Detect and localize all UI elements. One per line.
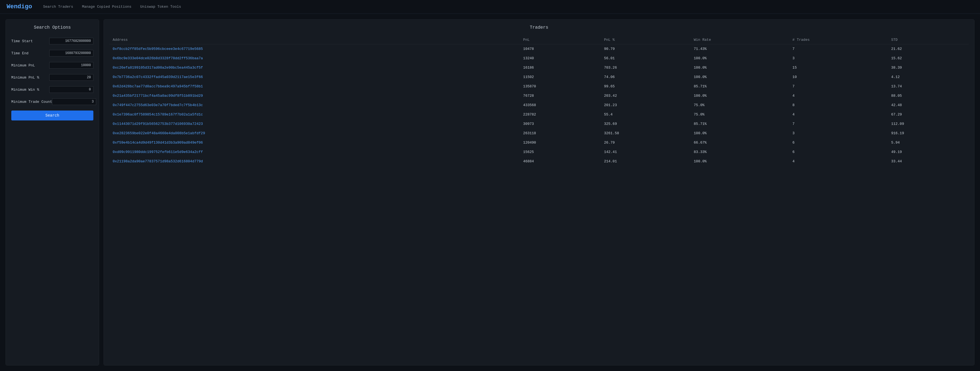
traders-table: Address PnL PnL % Win Rate # Trades STD … (109, 35, 969, 166)
trader-pnl: 46884 (520, 157, 601, 166)
trader-std: 112.09 (888, 119, 969, 129)
min-win-input[interactable] (49, 86, 93, 93)
trader-num-trades: 6 (789, 138, 888, 148)
trader-win-rate: 85.71% (690, 119, 789, 129)
trader-std: 15.62 (888, 54, 969, 63)
col-win-rate: Win Rate (690, 35, 789, 45)
nav-search-traders[interactable]: Search Traders (43, 5, 73, 9)
trader-pnl-pct: 214.01 (601, 157, 690, 166)
table-row[interactable]: 0xd09c9911980ddc199752fefb611e5d9e634a2c… (109, 148, 969, 157)
traders-panel: Traders Address PnL PnL % Win Rate # Tra… (103, 19, 975, 366)
trader-address[interactable]: 0x7b7736a2c07c4332ffad45a039d2117ae15e3f… (109, 73, 520, 82)
nav-uniswap-tools[interactable]: Uniswap Token Tools (140, 5, 181, 9)
trader-address[interactable]: 0x6bc9e333e04dce026b8d3328f78dd2ff536baa… (109, 54, 520, 63)
trader-std: 4.12 (888, 73, 969, 82)
trader-address[interactable]: 0x11443071d29f91b56562753b377d106930a724… (109, 119, 520, 129)
trader-pnl: 135870 (520, 82, 601, 91)
trader-address[interactable]: 0xc26efa8199105d317ad00a2e90bc5ea445a3cf… (109, 63, 520, 73)
nav-links: Search Traders Manage Copied Positions U… (43, 5, 181, 9)
trader-pnl-pct: 703.26 (601, 63, 690, 73)
trader-pnl: 15625 (520, 148, 601, 157)
trader-address[interactable]: 0xf8ccb2ff85dfec5b9596cbceee3e4c67719e56… (109, 45, 520, 54)
table-row[interactable]: 0x1e7396ac0f7589854c15789e167f7b02a1a5fd… (109, 110, 969, 119)
header-row: Address PnL PnL % Win Rate # Trades STD (109, 35, 969, 45)
col-pnl: PnL (520, 35, 601, 45)
min-pnl-pct-row: Minimum PnL % (11, 74, 93, 81)
search-options-title: Search Options (11, 25, 93, 30)
nav-manage-positions[interactable]: Manage Copied Positions (82, 5, 131, 9)
table-row[interactable]: 0x6bc9e333e04dce026b8d3328f78dd2ff536baa… (109, 54, 969, 63)
trader-address[interactable]: 0x1e7396ac0f7589854c15789e167f7b02a1a5fd… (109, 110, 520, 119)
trader-win-rate: 85.71% (690, 82, 789, 91)
table-row[interactable]: 0xc26efa8199105d317ad00a2e90bc5ea445a3cf… (109, 63, 969, 73)
traders-title: Traders (109, 25, 969, 30)
trader-num-trades: 10 (789, 73, 888, 82)
trader-pnl-pct: 90.79 (601, 45, 690, 54)
trader-num-trades: 7 (789, 119, 888, 129)
trader-pnl: 263118 (520, 129, 601, 138)
time-start-input[interactable] (49, 38, 93, 45)
trader-win-rate: 83.33% (690, 148, 789, 157)
trader-address[interactable]: 0xe2823659be022e0f48a4660e4da008b5e1abfd… (109, 129, 520, 138)
trader-std: 49.19 (888, 148, 969, 157)
trader-win-rate: 100.0% (690, 91, 789, 100)
trader-address[interactable]: 0x21a435bf21771bcf4a45a0ac99df8f51b891bd… (109, 91, 520, 100)
trader-pnl-pct: 26.79 (601, 138, 690, 148)
trader-address[interactable]: 0x749f447c2755d63e03e7a70f7bded7c7f5b4b1… (109, 100, 520, 110)
col-pnl-pct: PnL % (601, 35, 690, 45)
trader-pnl: 228782 (520, 110, 601, 119)
trader-address[interactable]: 0xd09c9911980ddc199752fefb611e5d9e634a2c… (109, 148, 520, 157)
min-trade-count-label: Minimum Trade Count (11, 100, 52, 104)
min-pnl-row: Minimum PnL (11, 62, 93, 68)
trader-std: 21.62 (888, 45, 969, 54)
time-end-row: Time End (11, 50, 93, 56)
trader-pnl: 76728 (520, 91, 601, 100)
table-body: 0xf8ccb2ff85dfec5b9596cbceee3e4c67719e56… (109, 45, 969, 166)
table-row[interactable]: 0x749f447c2755d63e03e7a70f7bded7c7f5b4b1… (109, 100, 969, 110)
table-row[interactable]: 0xf8ccb2ff85dfec5b9596cbceee3e4c67719e56… (109, 45, 969, 54)
trader-pnl: 16186 (520, 63, 601, 73)
trader-pnl-pct: 325.69 (601, 119, 690, 129)
trader-std: 42.48 (888, 100, 969, 110)
trader-address[interactable]: 0x21198a2da90ae77837571d98a532d616804d77… (109, 157, 520, 166)
navbar: Wendigo Search Traders Manage Copied Pos… (0, 0, 980, 14)
trader-num-trades: 15 (789, 63, 888, 73)
min-pnl-pct-input[interactable] (49, 74, 93, 81)
trader-num-trades: 4 (789, 91, 888, 100)
trader-num-trades: 7 (789, 82, 888, 91)
app-logo: Wendigo (6, 3, 32, 10)
trader-std: 33.44 (888, 157, 969, 166)
trader-win-rate: 100.0% (690, 129, 789, 138)
min-win-row: Minimum Win % (11, 86, 93, 93)
search-button[interactable]: Search (11, 110, 93, 121)
min-win-label: Minimum Win % (11, 88, 39, 92)
trader-address[interactable]: 0xf59e4b14ca4d9d49f130d41d3b3a909ad849ef… (109, 138, 520, 148)
trader-pnl: 11502 (520, 73, 601, 82)
table-row[interactable]: 0x7b7736a2c07c4332ffad45a039d2117ae15e3f… (109, 73, 969, 82)
table-row[interactable]: 0xf59e4b14ca4d9d49f130d41d3b3a909ad849ef… (109, 138, 969, 148)
trader-num-trades: 8 (789, 100, 888, 110)
table-row[interactable]: 0x11443071d29f91b56562753b377d106930a724… (109, 119, 969, 129)
min-pnl-label: Minimum PnL (11, 64, 35, 67)
trader-num-trades: 3 (789, 129, 888, 138)
min-trade-count-input[interactable] (52, 99, 96, 105)
trader-win-rate: 71.43% (690, 45, 789, 54)
trader-std: 67.29 (888, 110, 969, 119)
trader-std: 13.74 (888, 82, 969, 91)
min-trade-count-row: Minimum Trade Count (11, 99, 93, 105)
col-address: Address (109, 35, 520, 45)
time-end-label: Time End (11, 51, 29, 56)
min-pnl-input[interactable] (49, 62, 93, 68)
trader-pnl: 120490 (520, 138, 601, 148)
trader-address[interactable]: 0x62d428bc7ae77d0acc7bbea9c497a945bf7f58… (109, 82, 520, 91)
col-num-trades: # Trades (789, 35, 888, 45)
trader-num-trades: 4 (789, 157, 888, 166)
table-row[interactable]: 0xe2823659be022e0f48a4660e4da008b5e1abfd… (109, 129, 969, 138)
trader-pnl: 30973 (520, 119, 601, 129)
table-row[interactable]: 0x21198a2da90ae77837571d98a532d616804d77… (109, 157, 969, 166)
table-row[interactable]: 0x62d428bc7ae77d0acc7bbea9c497a945bf7f58… (109, 82, 969, 91)
trader-win-rate: 100.0% (690, 157, 789, 166)
time-end-input[interactable] (49, 50, 93, 56)
table-header: Address PnL PnL % Win Rate # Trades STD (109, 35, 969, 45)
table-row[interactable]: 0x21a435bf21771bcf4a45a0ac99df8f51b891bd… (109, 91, 969, 100)
